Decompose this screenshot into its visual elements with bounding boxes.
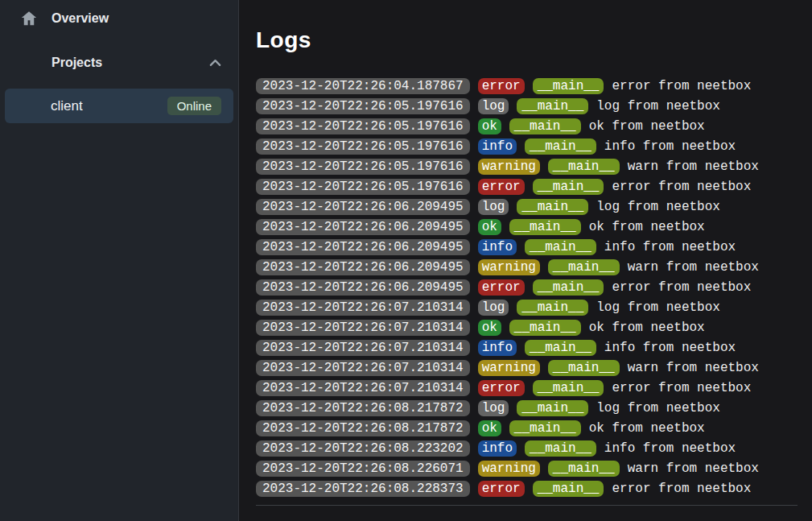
sidebar: Overview Projects client Online <box>0 0 239 521</box>
log-timestamp: 2023-12-20T22:26:08.228373 <box>256 481 470 497</box>
log-message: log from neetbox <box>596 199 720 215</box>
log-message: warn from neetbox <box>628 461 759 477</box>
log-row: 2023-12-20T22:26:07.210314warning__main_… <box>256 360 801 376</box>
log-level-badge: ok <box>478 118 501 134</box>
chevron-up-icon[interactable] <box>208 57 222 68</box>
log-row: 2023-12-20T22:26:05.197616log__main__log… <box>256 98 801 114</box>
log-level-badge: error <box>478 279 525 296</box>
status-badge: Online <box>167 97 221 115</box>
log-level-badge: log <box>478 199 509 215</box>
log-timestamp: 2023-12-20T22:26:04.187867 <box>256 78 470 94</box>
log-message: warn from neetbox <box>628 159 759 175</box>
log-timestamp: 2023-12-20T22:26:05.197616 <box>256 159 470 175</box>
log-list: 2023-12-20T22:26:04.187867error__main__e… <box>256 78 801 497</box>
log-module-badge: __main__ <box>525 340 596 356</box>
sidebar-item-label: Projects <box>52 56 195 70</box>
log-message: log from neetbox <box>596 300 720 316</box>
log-row: 2023-12-20T22:26:06.209495ok__main__ok f… <box>256 219 801 235</box>
log-timestamp: 2023-12-20T22:26:05.197616 <box>256 98 470 114</box>
log-level-badge: warning <box>478 259 540 275</box>
log-module-badge: __main__ <box>525 239 596 255</box>
log-timestamp: 2023-12-20T22:26:07.210314 <box>256 320 470 336</box>
log-row: 2023-12-20T22:26:04.187867error__main__e… <box>256 78 801 94</box>
page-title: Logs <box>256 27 801 54</box>
sidebar-item-client[interactable]: client Online <box>5 89 233 123</box>
log-message: warn from neetbox <box>628 259 759 275</box>
log-row: 2023-12-20T22:26:07.210314log__main__log… <box>256 300 801 316</box>
log-row: 2023-12-20T22:26:08.217872ok__main__ok f… <box>256 420 801 436</box>
log-row: 2023-12-20T22:26:06.209495info__main__in… <box>256 239 801 255</box>
log-row: 2023-12-20T22:26:06.209495log__main__log… <box>256 199 801 215</box>
log-message: warn from neetbox <box>628 360 759 376</box>
main-panel: Logs 2023-12-20T22:26:04.187867error__ma… <box>239 0 812 521</box>
log-row: 2023-12-20T22:26:05.197616info__main__in… <box>256 139 801 155</box>
log-row: 2023-12-20T22:26:05.197616ok__main__ok f… <box>256 118 801 134</box>
log-message: error from neetbox <box>612 279 751 296</box>
log-timestamp: 2023-12-20T22:26:08.217872 <box>256 420 470 436</box>
app-window: Overview Projects client Online Logs 202… <box>0 0 812 521</box>
log-message: log from neetbox <box>596 98 720 114</box>
project-name: client <box>51 98 83 114</box>
log-module-badge: __main__ <box>517 400 588 416</box>
log-message: info from neetbox <box>604 139 736 155</box>
log-row: 2023-12-20T22:26:07.210314info__main__in… <box>256 340 801 356</box>
log-module-badge: __main__ <box>533 380 604 396</box>
log-module-badge: __main__ <box>548 461 620 477</box>
log-row: 2023-12-20T22:26:06.209495warning__main_… <box>256 259 801 275</box>
log-message: ok from neetbox <box>589 219 705 235</box>
log-timestamp: 2023-12-20T22:26:06.209495 <box>256 259 470 275</box>
menu-bars-icon <box>20 55 38 72</box>
log-module-badge: __main__ <box>509 219 581 235</box>
log-timestamp: 2023-12-20T22:26:07.210314 <box>256 340 470 356</box>
log-level-badge: log <box>478 300 509 316</box>
log-module-badge: __main__ <box>533 481 604 497</box>
log-module-badge: __main__ <box>548 159 620 175</box>
log-message: error from neetbox <box>612 78 751 94</box>
log-module-badge: __main__ <box>533 78 604 94</box>
log-timestamp: 2023-12-20T22:26:06.209495 <box>256 239 470 255</box>
log-row: 2023-12-20T22:26:07.210314ok__main__ok f… <box>256 320 801 336</box>
log-level-badge: warning <box>478 461 540 477</box>
log-timestamp: 2023-12-20T22:26:06.209495 <box>256 219 470 235</box>
home-icon <box>20 10 38 27</box>
log-message: ok from neetbox <box>589 118 705 134</box>
log-timestamp: 2023-12-20T22:26:07.210314 <box>256 380 470 396</box>
log-row: 2023-12-20T22:26:08.228373error__main__e… <box>256 481 801 497</box>
log-row: 2023-12-20T22:26:05.197616error__main__e… <box>256 179 801 195</box>
sidebar-item-projects[interactable]: Projects <box>0 46 238 80</box>
log-level-badge: error <box>478 380 525 396</box>
log-level-badge: info <box>478 440 517 457</box>
log-level-badge: info <box>478 340 517 356</box>
log-level-badge: log <box>478 98 509 114</box>
log-timestamp: 2023-12-20T22:26:08.217872 <box>256 400 470 416</box>
log-row: 2023-12-20T22:26:08.223202info__main__in… <box>256 440 801 457</box>
log-level-badge: warning <box>478 159 540 175</box>
log-level-badge: info <box>478 239 517 255</box>
log-row: 2023-12-20T22:26:05.197616warning__main_… <box>256 159 801 175</box>
log-module-badge: __main__ <box>525 139 596 155</box>
log-level-badge: warning <box>478 360 540 376</box>
log-module-badge: __main__ <box>517 98 588 114</box>
log-row: 2023-12-20T22:26:06.209495error__main__e… <box>256 279 801 296</box>
sidebar-item-label: Overview <box>52 11 222 26</box>
log-message: ok from neetbox <box>589 320 705 336</box>
log-level-badge: error <box>478 78 525 94</box>
log-level-badge: ok <box>478 219 501 235</box>
log-timestamp: 2023-12-20T22:26:05.197616 <box>256 179 470 195</box>
log-message: log from neetbox <box>596 400 720 416</box>
log-module-badge: __main__ <box>533 179 604 195</box>
log-level-badge: log <box>478 400 509 416</box>
log-row: 2023-12-20T22:26:07.210314error__main__e… <box>256 380 801 396</box>
log-timestamp: 2023-12-20T22:26:07.210314 <box>256 300 470 316</box>
log-module-badge: __main__ <box>525 440 596 457</box>
log-message: ok from neetbox <box>589 420 705 436</box>
divider <box>256 505 798 506</box>
sidebar-item-overview[interactable]: Overview <box>0 2 238 35</box>
log-message: info from neetbox <box>604 440 736 457</box>
log-module-badge: __main__ <box>548 259 620 275</box>
log-row: 2023-12-20T22:26:08.226071warning__main_… <box>256 461 801 477</box>
log-message: error from neetbox <box>612 179 751 195</box>
log-timestamp: 2023-12-20T22:26:08.223202 <box>256 440 470 457</box>
log-level-badge: error <box>478 481 525 497</box>
log-message: error from neetbox <box>612 380 751 396</box>
